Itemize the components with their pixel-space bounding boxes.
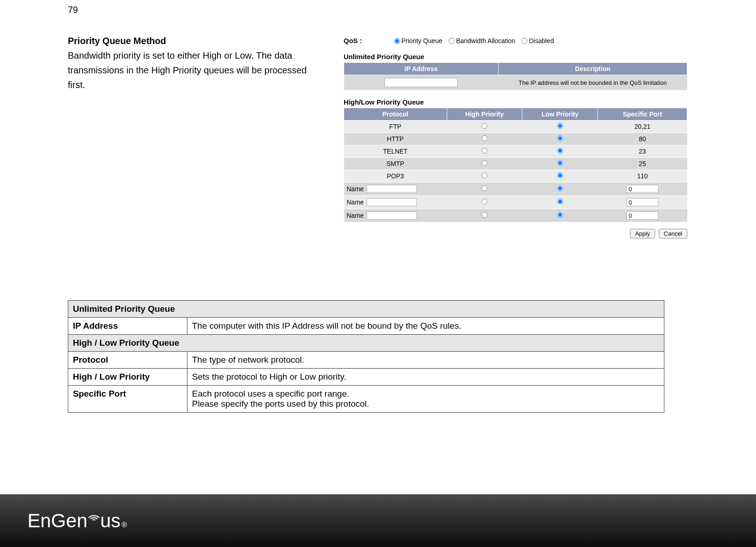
qos-options: Priority Queue Bandwidth Allocation Disa… (394, 37, 559, 44)
table-cell-port (598, 196, 687, 209)
table-cell-high (447, 170, 522, 182)
qos-radio-bandwidth[interactable] (449, 38, 455, 44)
table-cell-port (598, 182, 687, 196)
qos-label: QoS : (344, 37, 362, 44)
apply-button[interactable]: Apply (630, 229, 655, 238)
table-row: Name (344, 182, 687, 196)
doc-hdr-hlpq: High / Low Priority Queue (68, 335, 664, 352)
table-cell-low (522, 121, 598, 133)
low-priority-radio[interactable] (557, 160, 563, 166)
doc-desc-port-b: Please specify the ports used by this pr… (192, 399, 369, 409)
table-cell-protocol: Name (344, 209, 447, 222)
table-row: Name (344, 209, 687, 222)
port-input[interactable] (626, 198, 658, 206)
high-low-priority-table: Protocol High Priority Low Priority Spec… (344, 108, 687, 222)
table-cell-high (447, 121, 522, 133)
table-cell-port: 20,21 (598, 121, 687, 133)
table-cell-protocol: POP3 (344, 170, 447, 182)
page-heading: Priority Queue Method (68, 36, 320, 46)
doc-desc-port-a: Each protocol uses a specific port range… (192, 389, 349, 398)
low-priority-radio[interactable] (557, 199, 563, 204)
table-cell-low (522, 133, 598, 145)
high-priority-radio[interactable] (482, 172, 488, 178)
qos-opt-label: Priority Queue (401, 37, 442, 44)
doc-lbl-priority: High / Low Priority (68, 369, 187, 386)
table-cell-port: 23 (598, 145, 687, 158)
cancel-button[interactable]: Cancel (659, 229, 687, 238)
port-input[interactable] (626, 211, 658, 220)
high-priority-radio[interactable] (482, 212, 488, 218)
table-cell-low (522, 145, 598, 158)
qos-radio-priority-queue[interactable] (394, 38, 400, 44)
high-priority-radio[interactable] (482, 160, 488, 166)
wifi-icon (86, 506, 102, 522)
table-cell-low (522, 182, 598, 196)
low-priority-radio[interactable] (557, 172, 563, 178)
custom-name-input[interactable] (367, 198, 417, 206)
high-priority-radio[interactable] (482, 135, 488, 141)
table-row: POP3110 (344, 170, 687, 182)
qos-opt-label: Disabled (529, 37, 553, 44)
logo-part1: EnGen (27, 510, 88, 532)
hlpq-header-protocol: Protocol (344, 108, 447, 121)
low-priority-radio[interactable] (557, 135, 563, 141)
qos-config-panel: QoS : Priority Queue Bandwidth Allocatio… (344, 37, 687, 238)
table-cell-protocol: SMTP (344, 158, 447, 170)
low-priority-radio[interactable] (557, 148, 563, 154)
low-priority-radio[interactable] (557, 185, 563, 191)
table-cell-protocol: TELNET (344, 145, 447, 158)
intro-text: Bandwidth priority is set to either High… (68, 48, 320, 92)
table-cell-low (522, 158, 598, 170)
table-cell-high (447, 133, 522, 145)
table-cell-high (447, 182, 522, 196)
qos-opt-label: Bandwidth Allocation (456, 37, 515, 44)
doc-desc-priority: Sets the protocol to High or Low priorit… (187, 369, 664, 386)
custom-name-label: Name (347, 212, 364, 219)
low-priority-radio[interactable] (557, 123, 563, 129)
qos-opt-bandwidth[interactable]: Bandwidth Allocation (449, 37, 515, 44)
custom-name-label: Name (347, 185, 364, 193)
doc-hdr-upq: Unlimited Priority Queue (68, 301, 664, 318)
table-row: HTTP80 (344, 133, 687, 145)
table-row: FTP20,21 (344, 121, 687, 133)
upq-header-ip: IP Address (344, 63, 499, 75)
upq-header-desc: Description (499, 63, 687, 75)
footer-bar: EnGen us ® (0, 494, 756, 547)
logo-part2: us (100, 510, 121, 532)
table-row: Name (344, 196, 687, 209)
table-cell-port: 80 (598, 133, 687, 145)
hlpq-header-port: Specific Port (598, 108, 687, 121)
engenius-logo: EnGen us ® (27, 510, 127, 532)
upq-desc-cell: The IP address will not be bounded in th… (499, 75, 687, 90)
table-cell-protocol: HTTP (344, 133, 447, 145)
low-priority-radio[interactable] (557, 212, 563, 218)
qos-opt-disabled[interactable]: Disabled (521, 37, 553, 44)
custom-name-input[interactable] (367, 211, 417, 220)
qos-radio-disabled[interactable] (521, 38, 527, 44)
doc-lbl-ip: IP Address (68, 318, 187, 335)
custom-name-input[interactable] (367, 185, 417, 193)
upq-ip-input[interactable] (384, 78, 458, 87)
custom-name-label: Name (347, 199, 364, 206)
qos-opt-priority-queue[interactable]: Priority Queue (394, 37, 442, 44)
doc-lbl-protocol: Protocol (68, 352, 187, 369)
table-cell-port: 25 (598, 158, 687, 170)
port-input[interactable] (626, 185, 658, 193)
table-cell-protocol: Name (344, 196, 447, 209)
doc-lbl-port: Specific Port (68, 386, 187, 413)
table-cell-protocol: FTP (344, 121, 447, 133)
upq-ip-cell (344, 75, 499, 90)
table-cell-high (447, 196, 522, 209)
high-priority-radio[interactable] (482, 199, 488, 204)
high-priority-radio[interactable] (482, 148, 488, 154)
hlpq-header-high: High Priority (447, 108, 522, 121)
table-cell-port: 110 (598, 170, 687, 182)
table-cell-low (522, 209, 598, 222)
button-row: Apply Cancel (344, 229, 687, 238)
table-cell-high (447, 209, 522, 222)
unlimited-priority-table: IP Address Description The IP address wi… (344, 62, 687, 90)
logo-reg: ® (121, 521, 127, 529)
high-priority-radio[interactable] (482, 123, 488, 129)
table-row: TELNET23 (344, 145, 687, 158)
high-priority-radio[interactable] (482, 185, 488, 191)
